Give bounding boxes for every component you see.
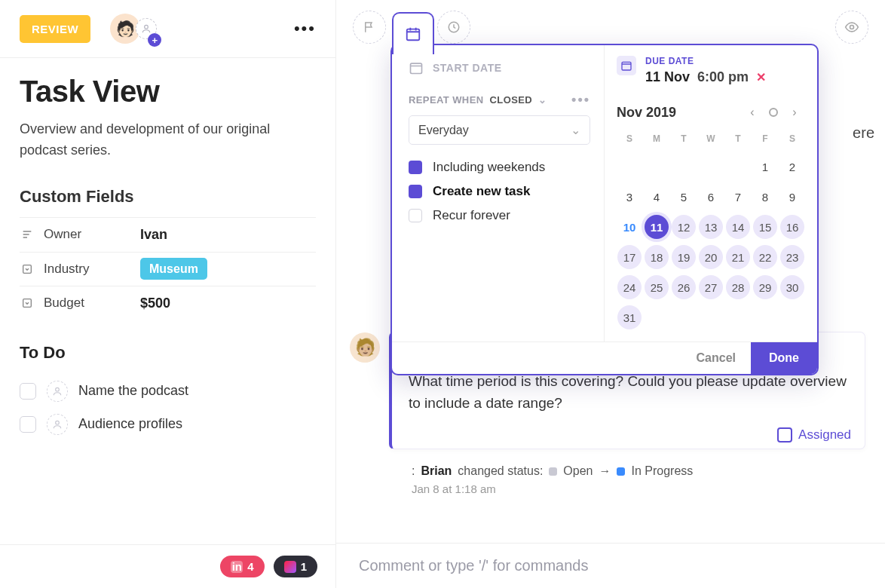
checkbox-icon[interactable] [777, 427, 792, 443]
assignee-avatar-stack[interactable]: 🧑🏻 + [110, 14, 157, 44]
svg-rect-2 [23, 299, 32, 308]
cf-row-budget[interactable]: Budget $500 [20, 286, 316, 320]
prev-month-icon[interactable]: ‹ [742, 102, 763, 123]
due-date-value[interactable]: 11 Nov [645, 69, 690, 85]
calendar-day[interactable]: 9 [780, 185, 804, 209]
calendar-dow: T [725, 130, 751, 150]
next-month-icon[interactable]: › [784, 102, 805, 123]
assigned-badge[interactable]: Assigned [777, 427, 851, 443]
calendar-icon [409, 60, 424, 75]
comment-input[interactable] [359, 557, 862, 574]
calendar-day[interactable]: 30 [780, 275, 804, 299]
calendar-day[interactable]: 17 [617, 245, 642, 269]
due-time-value[interactable]: 6:00 pm [697, 69, 749, 85]
calendar-day[interactable]: 26 [672, 275, 696, 299]
chevron-down-icon[interactable]: ⌄ [538, 94, 547, 106]
calendar-dow: M [644, 130, 669, 150]
calendar-panel: DUE DATE 11 Nov 6:00 pm ✕ Nov 2019 ‹ › S… [605, 45, 817, 341]
calendar-day[interactable]: 20 [699, 245, 723, 269]
more-menu-icon[interactable]: ••• [294, 19, 316, 38]
calendar-day[interactable]: 21 [726, 245, 750, 269]
activity-text: changed status: [458, 464, 543, 478]
integration-pill-invision[interactable]: in 4 [220, 556, 264, 577]
left-panel: REVIEW 🧑🏻 + ••• Task View Overview and d… [0, 0, 336, 588]
status-to: In Progress [631, 464, 693, 478]
calendar-day[interactable]: 11 [645, 215, 669, 239]
calendar-day[interactable]: 23 [780, 245, 804, 269]
integration-pill-figma[interactable]: 1 [274, 556, 317, 577]
status-button-review[interactable]: REVIEW [20, 15, 90, 43]
done-button[interactable]: Done [751, 342, 817, 374]
option-recur-forever[interactable]: Recur forever [409, 204, 590, 228]
avatar: 🧑🏼 [350, 332, 380, 363]
calendar-day[interactable]: 12 [672, 215, 696, 239]
calendar-day[interactable]: 15 [753, 215, 777, 239]
calendar-day[interactable]: 5 [672, 185, 696, 209]
more-icon[interactable]: ••• [571, 92, 590, 108]
status-dot-icon [549, 467, 557, 476]
task-description[interactable]: Overview and development of our original… [20, 119, 276, 161]
todo-item[interactable]: Audience profiles [20, 408, 316, 441]
calendar-day[interactable]: 31 [617, 305, 642, 329]
calendar-dow: W [698, 130, 724, 150]
calendar-day[interactable]: 3 [617, 185, 642, 209]
calendar-empty-cell [699, 155, 723, 179]
calendar-day[interactable]: 2 [780, 155, 804, 179]
recurrence-panel: START DATE REPEAT WHEN CLOSED ⌄ ••• Ever… [392, 45, 605, 341]
calendar-day[interactable]: 13 [699, 215, 723, 239]
repeat-prefix: REPEAT WHEN [409, 94, 484, 106]
clear-due-date-icon[interactable]: ✕ [756, 70, 766, 84]
calendar-icon [617, 56, 636, 75]
flag-button[interactable] [353, 11, 386, 44]
calendar-day[interactable]: 14 [726, 215, 750, 239]
cancel-button[interactable]: Cancel [681, 342, 751, 374]
unassigned-icon[interactable] [47, 381, 68, 402]
unassigned-icon[interactable] [47, 414, 68, 435]
calendar-day[interactable]: 8 [753, 185, 777, 209]
checkbox-checked-icon[interactable] [409, 185, 422, 198]
cf-value: $500 [140, 296, 170, 311]
calendar-day[interactable]: 4 [645, 185, 669, 209]
calendar-day[interactable]: 28 [726, 275, 750, 299]
option-create-task[interactable]: Create new task [409, 179, 590, 204]
option-weekends[interactable]: Including weekends [409, 155, 590, 179]
chevron-down-icon: ⌄ [571, 123, 580, 137]
start-date-label[interactable]: START DATE [433, 62, 502, 74]
calendar-empty-cell [726, 155, 750, 179]
calendar-day[interactable]: 29 [753, 275, 777, 299]
watch-button[interactable] [835, 11, 868, 44]
checkbox-icon[interactable] [409, 209, 422, 222]
calendar-day[interactable]: 1 [753, 155, 777, 179]
calendar-day[interactable]: 19 [672, 245, 696, 269]
truncated-text: ere [853, 124, 874, 142]
cf-row-owner[interactable]: Owner Ivan [20, 217, 316, 252]
pill-count: 4 [247, 560, 253, 573]
checkbox-checked-icon[interactable] [409, 161, 422, 174]
calendar-dow: S [779, 130, 805, 150]
todo-item[interactable]: Name the podcast [20, 375, 316, 408]
calendar-day[interactable]: 18 [645, 245, 669, 269]
cf-value: Ivan [140, 227, 167, 243]
calendar-day[interactable]: 25 [645, 275, 669, 299]
frequency-select[interactable]: Everyday ⌄ [409, 115, 590, 145]
custom-fields-table: Owner Ivan Industry Museum Budget $500 [20, 217, 316, 320]
calendar-day[interactable]: 24 [617, 275, 642, 299]
calendar-day[interactable]: 6 [699, 185, 723, 209]
dropdown-field-icon [20, 262, 35, 277]
cf-value-tag: Museum [140, 258, 207, 280]
calendar-day[interactable]: 7 [726, 185, 750, 209]
calendar-day[interactable]: 27 [699, 275, 723, 299]
cf-row-industry[interactable]: Industry Museum [20, 252, 316, 286]
clock-button[interactable] [437, 11, 470, 44]
svg-rect-9 [622, 62, 631, 70]
checkbox-icon[interactable] [20, 416, 36, 433]
repeat-value[interactable]: CLOSED [490, 94, 533, 106]
task-title[interactable]: Task View [20, 75, 316, 109]
frequency-value: Everyday [418, 124, 469, 137]
calendar-day[interactable]: 10 [617, 215, 642, 239]
today-icon[interactable] [769, 108, 778, 117]
calendar-day[interactable]: 22 [753, 245, 777, 269]
checkbox-icon[interactable] [20, 383, 36, 400]
calendar-dow: S [617, 130, 642, 150]
calendar-day[interactable]: 16 [780, 215, 804, 239]
